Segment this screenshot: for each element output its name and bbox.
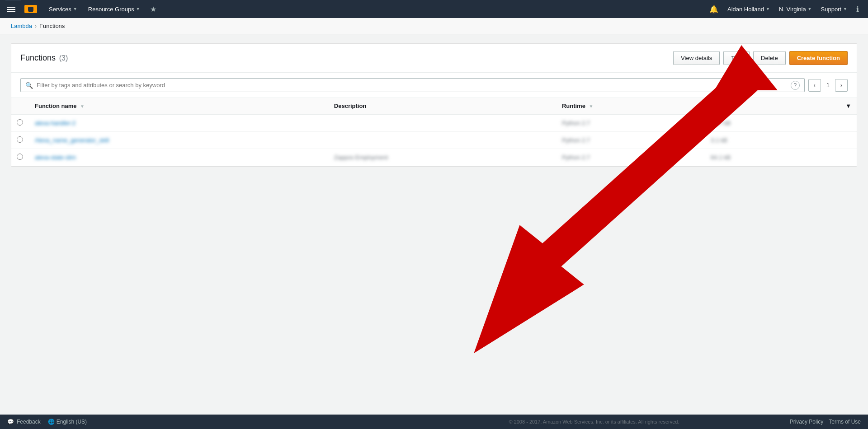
footer-right: Privacy Policy Terms of Use	[790, 419, 861, 425]
breadcrumb-lambda[interactable]: Lambda	[11, 23, 32, 29]
row3-settings	[840, 149, 857, 166]
next-page-button[interactable]: ›	[835, 79, 848, 92]
sort-runtime-icon: ▼	[589, 104, 594, 109]
user-name: Aidan Holland	[727, 6, 764, 13]
row2-name: Alexa_name_generator_skill	[29, 132, 329, 149]
row3-runtime: Python 2.7	[557, 149, 705, 166]
copyright-text: © 2008 - 2017, Amazon Web Services, Inc.…	[509, 419, 679, 424]
main-content: Functions (3) View details Test Delete C…	[0, 34, 868, 414]
nav-right: 🔔 Aidan Holland ▼ N. Virginia ▼ Support …	[706, 5, 863, 14]
resource-groups-chevron: ▼	[136, 7, 140, 11]
search-help-icon[interactable]: ?	[791, 81, 800, 90]
row1-name-link[interactable]: alexa-handler-2	[35, 120, 75, 126]
row2-radio[interactable]	[17, 136, 23, 143]
table-body: alexa-handler-2 Python 2.7 10.7 kB Alexa…	[11, 114, 857, 166]
functions-count: (3)	[59, 54, 68, 62]
functions-table: Function name ▼ Description Runtime ▼ Co…	[11, 98, 857, 166]
row1-description	[329, 114, 557, 132]
delete-button[interactable]: Delete	[753, 51, 786, 65]
feedback-button[interactable]: 💬 Feedback	[7, 419, 41, 425]
terms-of-use-link[interactable]: Terms of Use	[829, 419, 861, 425]
row1-select[interactable]	[11, 114, 29, 132]
row3-name: alexa-state-slim	[29, 149, 329, 166]
row3-radio[interactable]	[17, 154, 23, 160]
region-label: N. Virginia	[779, 6, 806, 13]
user-chevron: ▼	[766, 7, 770, 11]
row2-description	[329, 132, 557, 149]
create-function-button[interactable]: Create function	[789, 51, 848, 65]
support-chevron: ▼	[843, 7, 847, 11]
search-icon: 🔍	[25, 82, 33, 89]
breadcrumb-functions: Functions	[39, 23, 65, 29]
row3-name-link[interactable]: alexa-state-slim	[35, 154, 76, 161]
functions-title: Functions	[20, 53, 56, 62]
page-number: 1	[823, 82, 833, 89]
globe-icon: 🌐	[48, 419, 55, 425]
row3-description: Zappos Employment	[329, 149, 557, 166]
sort-function-name-icon: ▼	[80, 104, 85, 109]
table-header: Function name ▼ Description Runtime ▼ Co…	[11, 98, 857, 114]
search-row: 🔍 ? ‹ 1 ›	[11, 73, 857, 98]
table-row: alexa-state-slim Zappos Employment Pytho…	[11, 149, 857, 166]
footer-copyright: © 2008 - 2017, Amazon Web Services, Inc.…	[398, 419, 789, 424]
row1-name: alexa-handler-2	[29, 114, 329, 132]
row2-codesize: 3.1 kB	[705, 132, 840, 149]
nav-left: Services ▼ Resource Groups ▼ ★	[5, 0, 706, 18]
search-input[interactable]	[37, 82, 787, 89]
sidebar-toggle[interactable]	[5, 5, 17, 14]
row2-runtime: Python 2.7	[557, 132, 705, 149]
footer: 💬 Feedback 🌐 English (US) © 2008 - 2017,…	[0, 415, 868, 429]
services-chevron: ▼	[73, 7, 77, 11]
pagination: ‹ 1 ›	[808, 79, 848, 92]
aws-logo[interactable]	[23, 3, 39, 15]
search-container: 🔍 ?	[20, 78, 805, 92]
col-runtime-header[interactable]: Runtime ▼	[557, 98, 705, 114]
row1-codesize: 10.7 kB	[705, 114, 840, 132]
bookmarks-icon[interactable]: ★	[146, 5, 160, 14]
info-icon[interactable]: ℹ	[853, 5, 863, 14]
language-label: English (US)	[57, 419, 87, 425]
row1-radio[interactable]	[17, 119, 23, 126]
functions-panel: Functions (3) View details Test Delete C…	[11, 43, 857, 167]
breadcrumb-separator: ›	[35, 23, 37, 29]
breadcrumb: Lambda › Functions	[0, 18, 868, 34]
row2-name-link[interactable]: Alexa_name_generator_skill	[35, 137, 109, 144]
support-menu[interactable]: Support ▼	[817, 6, 851, 13]
functions-title-wrap: Functions (3)	[20, 53, 68, 63]
privacy-policy-link[interactable]: Privacy Policy	[790, 419, 824, 425]
row2-settings	[840, 132, 857, 149]
language-selector[interactable]: 🌐 English (US)	[48, 419, 87, 425]
header-actions: View details Test Delete Create function	[673, 51, 848, 65]
functions-header: Functions (3) View details Test Delete C…	[11, 44, 857, 73]
region-chevron: ▼	[808, 7, 812, 11]
col-function-name-header[interactable]: Function name ▼	[29, 98, 329, 114]
row1-settings	[840, 114, 857, 132]
services-label: Services	[49, 6, 71, 13]
table-row: Alexa_name_generator_skill Python 2.7 3.…	[11, 132, 857, 149]
region-menu[interactable]: N. Virginia ▼	[775, 6, 816, 13]
col-select	[11, 98, 29, 114]
user-menu[interactable]: Aidan Holland ▼	[724, 6, 774, 13]
support-label: Support	[821, 6, 842, 13]
row1-runtime: Python 2.7	[557, 114, 705, 132]
view-details-button[interactable]: View details	[673, 51, 720, 65]
resource-groups-nav[interactable]: Resource Groups ▼	[84, 0, 145, 18]
top-navigation: Services ▼ Resource Groups ▼ ★ 🔔 Aidan H…	[0, 0, 868, 18]
settings-arrow-icon: ▼	[845, 103, 851, 109]
resource-groups-label: Resource Groups	[88, 6, 134, 13]
feedback-bubble-icon: 💬	[7, 419, 14, 425]
row3-codesize: 64.1 kB	[705, 149, 840, 166]
feedback-label: Feedback	[17, 419, 41, 425]
table-row: alexa-handler-2 Python 2.7 10.7 kB	[11, 114, 857, 132]
row3-select[interactable]	[11, 149, 29, 166]
col-settings-header[interactable]: ▼	[840, 98, 857, 114]
row2-select[interactable]	[11, 132, 29, 149]
test-button[interactable]: Test	[723, 51, 750, 65]
col-description-header[interactable]: Description	[329, 98, 557, 114]
notifications-bell[interactable]: 🔔	[706, 5, 722, 14]
services-nav[interactable]: Services ▼	[44, 0, 82, 18]
col-code-size-header[interactable]: Code size	[705, 98, 840, 114]
prev-page-button[interactable]: ‹	[808, 79, 821, 92]
footer-left: 💬 Feedback 🌐 English (US)	[7, 419, 398, 425]
